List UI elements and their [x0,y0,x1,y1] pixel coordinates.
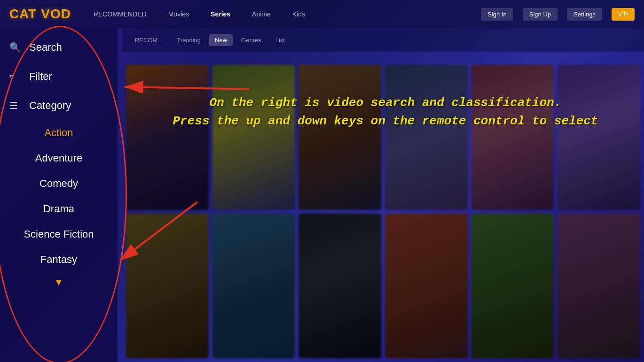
movie-poster [126,214,209,359]
movie-poster [471,65,554,210]
movie-poster [471,214,554,359]
movie-poster [558,65,640,210]
movie-poster [385,214,468,359]
search-label: Search [29,41,62,54]
menu-icon: ☰ [9,100,24,111]
sidebar-item-adventure[interactable]: Adventure [0,146,118,171]
movie-poster [298,65,381,210]
nav-tab-anime[interactable]: Anime [248,8,275,20]
header-right: Sign In Sign Up Settings VIP [481,8,635,21]
sidebar-item-comedy[interactable]: Comedy [0,171,118,196]
cat-tab-new[interactable]: New [209,34,233,46]
movie-poster [298,214,381,359]
nav-tab-series[interactable]: Series [207,8,234,20]
movie-poster [212,214,295,359]
category-label: Category [29,100,71,112]
down-arrow-icon: ▼ [54,277,63,288]
movie-poster [558,214,640,359]
nav-tab-movies[interactable]: Movies [165,8,193,20]
signin-button[interactable]: Sign In [481,8,513,21]
settings-button[interactable]: Settings [567,8,602,21]
header: CAT VOD RECOMMENDED Movies Series Anime … [0,0,644,28]
category-tabs-row: RECOM... Trending New Genres List [122,28,644,52]
cat-tab-trending[interactable]: Trending [171,34,206,46]
sidebar-filter[interactable]: ▿ Filter [0,62,118,91]
sidebar-item-drama[interactable]: Drama [0,196,118,222]
sidebar-item-fantasy[interactable]: Fantasy [0,247,118,272]
sidebar-item-scifi[interactable]: Science Fiction [0,222,118,247]
scroll-down-arrow[interactable]: ▼ [0,272,118,293]
filter-icon: ▿ [9,71,24,82]
cat-tab-list[interactable]: List [270,34,291,46]
cat-tab-recom[interactable]: RECOM... [129,34,168,46]
movie-poster [385,65,468,210]
movie-grid [122,61,644,362]
movie-poster [212,65,295,210]
movie-poster [126,65,209,210]
sidebar-item-action[interactable]: Action [0,120,118,146]
app-logo: CAT VOD [9,7,71,22]
nav-tab-recommended[interactable]: RECOMMENDED [90,8,150,20]
sidebar-category[interactable]: ☰ Category [0,91,118,120]
filter-label: Filter [29,70,52,83]
cat-tab-genres[interactable]: Genres [236,34,267,46]
search-icon: 🔍 [9,42,24,53]
nav-tabs: RECOMMENDED Movies Series Anime Kids [90,8,481,20]
nav-tab-kids[interactable]: Kids [289,8,309,20]
sidebar: 🔍 Search ▿ Filter ☰ Category Action Adve… [0,28,118,362]
sidebar-search[interactable]: 🔍 Search [0,33,118,62]
signup-button[interactable]: Sign Up [523,8,558,21]
vip-button[interactable]: VIP [612,8,635,21]
